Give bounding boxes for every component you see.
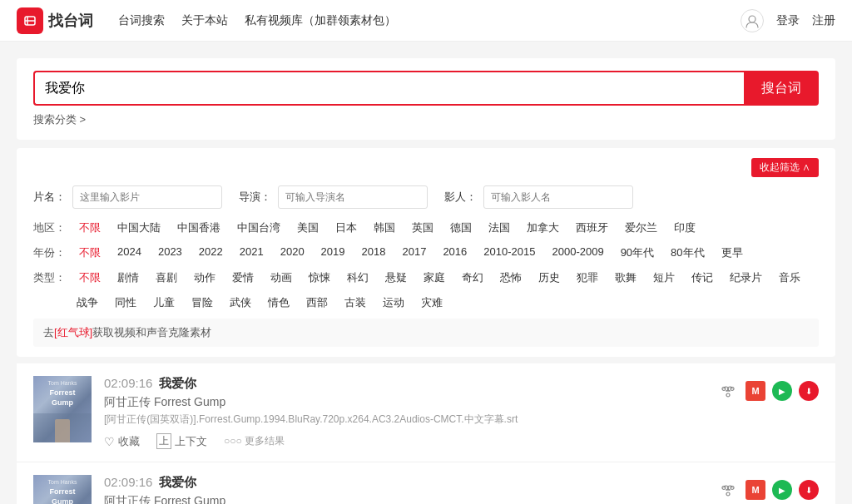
- filter-tag[interactable]: 不限: [72, 244, 107, 262]
- filter-tag[interactable]: 奇幻: [455, 269, 490, 287]
- filter-tag[interactable]: 情色: [261, 294, 296, 312]
- filter-tag[interactable]: 西班牙: [569, 219, 615, 237]
- filter-tag[interactable]: 音乐: [772, 269, 807, 287]
- filter-tag[interactable]: 2023: [151, 244, 189, 262]
- filter-tag[interactable]: 悬疑: [379, 269, 414, 287]
- filter-tag[interactable]: 动画: [264, 269, 299, 287]
- filter-tag[interactable]: 韩国: [367, 219, 402, 237]
- filter-tag[interactable]: 爱情: [225, 269, 260, 287]
- share-icon[interactable]: [717, 380, 739, 402]
- register-button[interactable]: 注册: [812, 13, 835, 28]
- filter-tag[interactable]: 儿童: [146, 294, 181, 312]
- filter-tag[interactable]: 2021: [233, 244, 270, 262]
- filter-tag[interactable]: 2019: [315, 244, 352, 262]
- filter-tag[interactable]: 80年代: [664, 244, 711, 262]
- nav-item-search[interactable]: 台词搜索: [118, 13, 165, 28]
- action-button[interactable]: ○○○ 更多结果: [224, 433, 285, 449]
- result-right-icons: M ▶ ⬇: [717, 376, 819, 402]
- avatar-icon: [741, 9, 764, 32]
- filter-tag[interactable]: 西部: [300, 294, 334, 312]
- filter-row-region: 地区： 不限中国大陆中国香港中国台湾美国日本韩国英国德国法国加拿大西班牙爱尔兰印…: [33, 219, 819, 237]
- filter-tag[interactable]: 剧情: [111, 269, 146, 287]
- filter-tag[interactable]: 家庭: [417, 269, 452, 287]
- action-button[interactable]: 上 上下文: [156, 433, 207, 449]
- filter-tag[interactable]: 喜剧: [149, 269, 184, 287]
- gmail-icon[interactable]: M: [746, 381, 765, 401]
- result-quote: 我爱你: [159, 376, 196, 390]
- share-icon[interactable]: [717, 479, 739, 501]
- action-label: 上下文: [175, 434, 207, 449]
- filter-tag[interactable]: 2020: [274, 244, 311, 262]
- filter-tag[interactable]: 纪录片: [723, 269, 769, 287]
- filter-tag[interactable]: 2010-2015: [477, 244, 542, 262]
- filter-tag[interactable]: 同性: [108, 294, 143, 312]
- filter-tag[interactable]: 印度: [667, 219, 702, 237]
- year-tags: 不限20242023202220212020201920182017201620…: [72, 244, 750, 262]
- gmail-icon[interactable]: M: [746, 480, 765, 500]
- svg-point-12: [726, 492, 730, 496]
- filter-tag[interactable]: 2022: [192, 244, 230, 262]
- filter-tag[interactable]: 运动: [376, 294, 411, 312]
- filter-tag[interactable]: 犯罪: [570, 269, 605, 287]
- filter-tag[interactable]: 更早: [715, 244, 750, 262]
- collect-filter-button[interactable]: 收起筛选 ∧: [751, 158, 819, 177]
- header-right: 登录 注册: [741, 9, 835, 32]
- director-input[interactable]: [278, 185, 428, 209]
- filter-tag[interactable]: 歌舞: [608, 269, 643, 287]
- filter-tag[interactable]: 冒险: [185, 294, 220, 312]
- download-icon[interactable]: ⬇: [799, 480, 819, 500]
- film-input[interactable]: [72, 185, 222, 209]
- promo-link[interactable]: [红气球]: [54, 326, 92, 338]
- filter-tag[interactable]: 战争: [70, 294, 105, 312]
- filter-tag[interactable]: 历史: [532, 269, 567, 287]
- filter-tag[interactable]: 2018: [355, 244, 393, 262]
- region-label: 地区：: [33, 220, 66, 235]
- result-filename: [阿甘正传(国英双语)].Forrest.Gump.1994.BluRay.72…: [104, 413, 705, 427]
- filter-tag[interactable]: 传记: [685, 269, 720, 287]
- filter-row-genre2: 战争同性儿童冒险武侠情色西部古装运动灾难: [33, 294, 819, 312]
- filter-tag[interactable]: 科幻: [340, 269, 375, 287]
- filter-tag[interactable]: 2017: [395, 244, 433, 262]
- filter-tag[interactable]: 法国: [482, 219, 517, 237]
- action-button[interactable]: ♡收藏: [104, 433, 140, 449]
- result-subtitle: 阿甘正传 Forrest Gump: [104, 395, 705, 410]
- filter-tag[interactable]: 短片: [646, 269, 681, 287]
- login-button[interactable]: 登录: [776, 13, 800, 28]
- filter-tag[interactable]: 日本: [329, 219, 364, 237]
- result-title-line: 02:09:16我爱你: [104, 376, 705, 392]
- filter-tag[interactable]: 德国: [443, 219, 478, 237]
- filter-tag[interactable]: 90年代: [614, 244, 661, 262]
- play-icon[interactable]: ▶: [772, 480, 792, 500]
- filter-tag[interactable]: 加拿大: [520, 219, 566, 237]
- filter-tag[interactable]: 中国香港: [171, 219, 227, 237]
- filter-tag[interactable]: 不限: [72, 269, 107, 287]
- search-classify[interactable]: 搜索分类 >: [33, 112, 819, 127]
- filter-tag[interactable]: 不限: [72, 219, 107, 237]
- search-button[interactable]: 搜台词: [744, 71, 819, 106]
- filter-tag[interactable]: 惊悚: [302, 269, 337, 287]
- filter-tag[interactable]: 英国: [405, 219, 440, 237]
- search-input[interactable]: [33, 71, 744, 106]
- filter-tag[interactable]: 2016: [436, 244, 473, 262]
- result-content: 02:09:16我爱你阿甘正传 Forrest Gump阿甘正传.Forrest…: [104, 475, 705, 504]
- filter-tag[interactable]: 恐怖: [493, 269, 528, 287]
- filter-tag[interactable]: 灾难: [414, 294, 449, 312]
- filter-tag[interactable]: 动作: [187, 269, 222, 287]
- nav-item-private[interactable]: 私有视频库（加群领素材包）: [245, 13, 396, 28]
- search-box: 搜台词: [33, 71, 819, 106]
- result-actions: ♡收藏上 上下文○○○ 更多结果: [104, 433, 705, 449]
- result-content: 02:09:16我爱你阿甘正传 Forrest Gump[阿甘正传(国英双语)]…: [104, 376, 705, 449]
- filter-tag[interactable]: 美国: [290, 219, 325, 237]
- filter-tag[interactable]: 2000-2009: [545, 244, 610, 262]
- director-label: 导演：: [239, 190, 271, 205]
- download-icon[interactable]: ⬇: [799, 381, 819, 401]
- filter-tag[interactable]: 中国大陆: [111, 219, 167, 237]
- filter-tag[interactable]: 中国台湾: [230, 219, 287, 237]
- filter-tag[interactable]: 爱尔兰: [618, 219, 664, 237]
- filter-tag[interactable]: 武侠: [223, 294, 258, 312]
- play-icon[interactable]: ▶: [772, 381, 792, 401]
- filter-tag[interactable]: 古装: [338, 294, 373, 312]
- nav-item-about[interactable]: 关于本站: [181, 13, 228, 28]
- actor-input[interactable]: [483, 185, 633, 209]
- filter-tag[interactable]: 2024: [111, 244, 148, 262]
